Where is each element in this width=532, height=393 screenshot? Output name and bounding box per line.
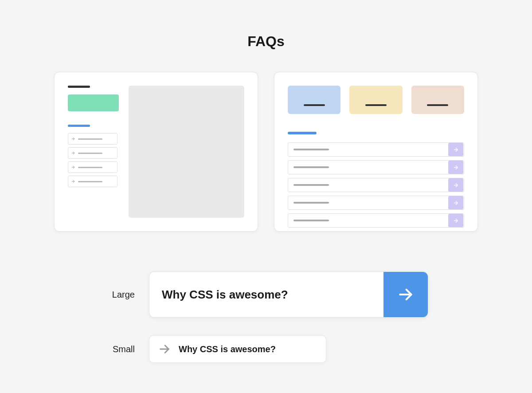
mockup-faq-item-wide[interactable] xyxy=(288,196,464,210)
mockup-faq-item-small[interactable] xyxy=(68,133,117,145)
mockup-item-action-button[interactable] xyxy=(448,214,463,227)
mockup-section-label xyxy=(68,125,90,127)
faq-mockup-card-sidebar-layout xyxy=(54,72,258,232)
faq-question-text: Why CSS is awesome? xyxy=(179,344,276,354)
mockup-section-label xyxy=(288,132,317,134)
mockup-faq-item-wide[interactable] xyxy=(288,142,464,157)
faq-item-small[interactable]: Why CSS is awesome? xyxy=(149,335,326,363)
mockup-cards-row xyxy=(0,72,532,232)
faq-mockup-card-tabbed-layout xyxy=(274,72,478,232)
text-placeholder xyxy=(78,167,102,168)
mockup-tab[interactable] xyxy=(349,86,402,114)
mockup-item-action-button[interactable] xyxy=(448,196,463,209)
mockup-item-action-button[interactable] xyxy=(448,161,463,174)
arrow-right-icon xyxy=(71,177,75,185)
text-placeholder xyxy=(427,104,448,106)
mockup-heading-placeholder xyxy=(68,86,90,88)
faq-component-examples: Large Why CSS is awesome? Small Why CSS … xyxy=(0,271,532,363)
mockup-faq-item-small[interactable] xyxy=(68,147,117,159)
arrow-right-icon xyxy=(71,135,75,143)
example-row-small: Small Why CSS is awesome? xyxy=(104,335,326,363)
mockup-faq-item-wide[interactable] xyxy=(288,213,464,228)
mockup-active-tag xyxy=(68,94,119,111)
text-placeholder xyxy=(78,181,102,182)
arrow-right-icon xyxy=(397,286,414,303)
mockup-faq-item-wide[interactable] xyxy=(288,178,464,192)
faq-item-large[interactable]: Why CSS is awesome? xyxy=(149,271,428,318)
mockup-tabs xyxy=(288,86,464,114)
mockup-sidebar xyxy=(68,86,119,218)
mockup-item-action-button[interactable] xyxy=(448,143,463,156)
example-row-large: Large Why CSS is awesome? xyxy=(104,271,428,318)
mockup-faq-item-small[interactable] xyxy=(68,176,117,187)
arrow-right-icon xyxy=(158,343,171,355)
example-size-label: Large xyxy=(104,290,135,300)
text-placeholder xyxy=(365,104,387,106)
mockup-faq-item-wide[interactable] xyxy=(288,160,464,174)
mockup-tab[interactable] xyxy=(411,86,464,114)
mockup-tab[interactable] xyxy=(288,86,340,114)
mockup-content-area xyxy=(129,86,244,218)
text-placeholder xyxy=(78,138,102,140)
text-placeholder xyxy=(304,104,325,106)
text-placeholder xyxy=(293,149,329,150)
text-placeholder xyxy=(293,220,329,221)
arrow-right-icon xyxy=(71,149,75,157)
text-placeholder xyxy=(78,153,102,154)
faq-expand-button[interactable] xyxy=(383,272,428,317)
mockup-faq-item-small[interactable] xyxy=(68,161,117,173)
text-placeholder xyxy=(293,166,329,168)
text-placeholder xyxy=(293,184,329,186)
text-placeholder xyxy=(293,202,329,204)
mockup-item-action-button[interactable] xyxy=(448,178,463,192)
faq-question-text: Why CSS is awesome? xyxy=(162,288,288,302)
example-size-label: Small xyxy=(104,344,135,354)
page-title: FAQs xyxy=(0,33,532,50)
arrow-right-icon xyxy=(71,163,75,171)
